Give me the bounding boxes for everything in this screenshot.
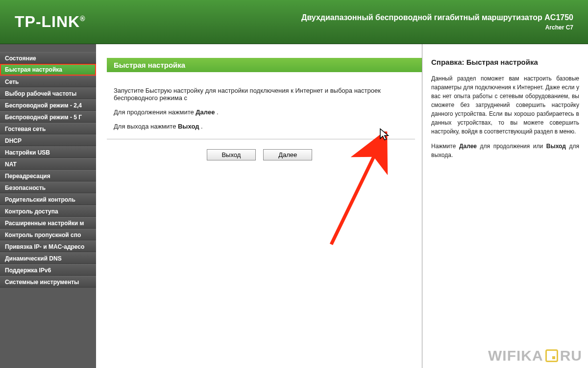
sidebar-item-16[interactable]: Привязка IP- и MAC-адресо: [0, 240, 96, 252]
sidebar-item-3[interactable]: Выбор рабочей частоты: [0, 87, 96, 99]
next-button[interactable]: Далее: [263, 149, 312, 160]
sidebar-item-0[interactable]: Состояние: [0, 52, 96, 64]
help-title: Справка: Быстрая настройка: [431, 58, 579, 66]
sidebar-item-17[interactable]: Динамический DNS: [0, 252, 96, 264]
sidebar-item-10[interactable]: Переадресация: [0, 170, 96, 182]
help-panel: Справка: Быстрая настройка Данный раздел…: [422, 44, 588, 368]
t3c: .: [199, 123, 202, 130]
t3a: Для выхода нажмите: [114, 123, 178, 130]
t3b: Выход: [178, 123, 199, 130]
sidebar-item-19[interactable]: Системные инструменты: [0, 276, 96, 288]
product-title: Двухдиапазонный беспроводной гигабитный …: [301, 13, 573, 22]
logo-text: TP-LINK: [15, 13, 80, 30]
sidebar-item-7[interactable]: DHCP: [0, 134, 96, 146]
help-p2: Нажмите Далее для продолжения или Выход …: [431, 142, 579, 159]
help-p1: Данный раздел поможет вам настроить базо…: [431, 74, 579, 136]
intro-text: Запустите Быструю настройку для настройк…: [114, 87, 415, 102]
t2a: Для продолжения нажмите: [114, 108, 196, 116]
sidebar-item-5[interactable]: Беспроводной режим - 5 Г: [0, 111, 96, 123]
hp2d: Выход: [546, 143, 566, 150]
exit-text: Для выхода нажмите Выход .: [114, 123, 415, 130]
sidebar-item-6[interactable]: Гостевая сеть: [0, 123, 96, 134]
header-product-info: Двухдиапазонный беспроводной гигабитный …: [301, 13, 573, 31]
hp2a: Нажмите: [431, 143, 459, 150]
sidebar-item-4[interactable]: Беспроводной режим - 2,4: [0, 99, 96, 111]
sidebar-item-18[interactable]: Поддержка IPv6: [0, 264, 96, 276]
sidebar-item-14[interactable]: Расширенные настройки м: [0, 217, 96, 229]
exit-button[interactable]: Выход: [207, 149, 256, 160]
sidebar-item-9[interactable]: NAT: [0, 158, 96, 170]
sidebar-item-13[interactable]: Контроль доступа: [0, 205, 96, 217]
t2b: Далее: [196, 108, 215, 116]
sidebar-item-12[interactable]: Родительский контроль: [0, 193, 96, 205]
logo: TP-LINK®: [15, 13, 86, 31]
sidebar-item-2[interactable]: Сеть: [0, 76, 96, 87]
sidebar-item-8[interactable]: Настройки USB: [0, 146, 96, 158]
main-panel: Быстрая настройка Запустите Быструю наст…: [96, 44, 422, 368]
product-model: Archer C7: [301, 24, 573, 31]
watermark: WIFIKA RU: [488, 347, 582, 364]
sidebar-item-11[interactable]: Безопасность: [0, 182, 96, 193]
logo-registered: ®: [80, 15, 85, 23]
t2c: .: [215, 108, 218, 116]
watermark-part1: WIFIKA: [488, 347, 543, 364]
sidebar-item-1[interactable]: Быстрая настройка: [0, 64, 96, 76]
content-text: Запустите Быструю настройку для настройк…: [107, 87, 422, 130]
watermark-part2: RU: [560, 347, 582, 364]
sidebar-spacer: [0, 44, 96, 52]
header: TP-LINK® Двухдиапазонный беспроводной ги…: [0, 0, 588, 44]
help-body: Данный раздел поможет вам настроить базо…: [431, 74, 579, 159]
sidebar-item-15[interactable]: Контроль пропускной спо: [0, 229, 96, 240]
watermark-icon: [545, 349, 558, 362]
divider: [107, 139, 415, 139]
continue-text: Для продолжения нажмите Далее .: [114, 108, 415, 116]
sidebar: СостояниеБыстрая настройкаСетьВыбор рабо…: [0, 44, 96, 368]
page-heading: Быстрая настройка: [107, 58, 422, 72]
button-row: Выход Далее: [107, 149, 422, 160]
content-container: СостояниеБыстрая настройкаСетьВыбор рабо…: [0, 44, 588, 368]
hp2c: для продолжения или: [477, 143, 546, 150]
hp2b: Далее: [459, 143, 477, 150]
